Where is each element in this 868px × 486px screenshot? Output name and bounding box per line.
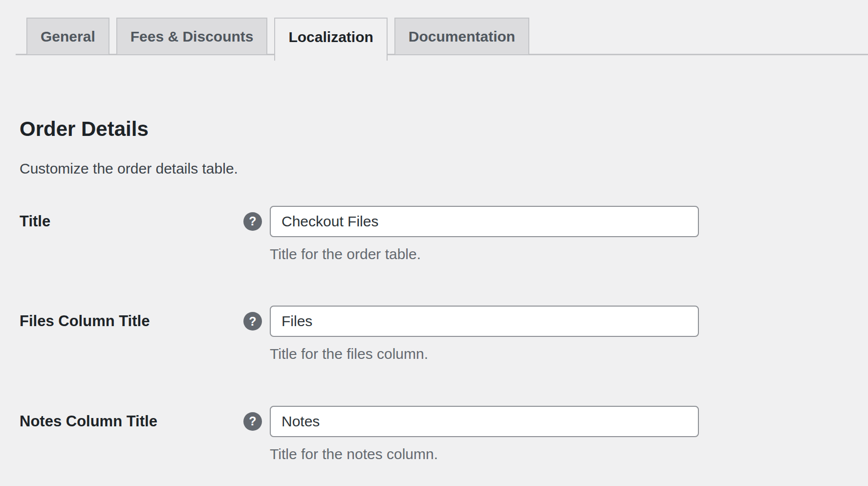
notes-column-title-field-description: Title for the notes column. [270,446,699,463]
page-title: Order Details [20,117,868,141]
tab-fees-discounts[interactable]: Fees & Discounts [116,18,268,55]
form-row-title: Title ? Title for the order table. [20,206,868,263]
title-input[interactable] [270,206,699,237]
notes-column-title-input[interactable] [270,406,699,437]
files-column-title-field-label: Files Column Title [20,306,243,337]
notes-column-title-field-label: Notes Column Title [20,406,243,437]
question-mark-glyph: ? [249,315,256,328]
form-row-files-column-title: Files Column Title ? Title for the files… [20,306,868,363]
files-column-title-input[interactable] [270,306,699,337]
tab-documentation[interactable]: Documentation [394,18,529,55]
tab-localization[interactable]: Localization [274,18,387,61]
title-field-label: Title [20,206,243,237]
help-icon[interactable]: ? [243,412,262,431]
help-icon[interactable]: ? [243,312,262,331]
question-mark-glyph: ? [249,215,256,227]
files-column-title-field-column: Title for the files column. [270,306,699,363]
settings-form: Title ? Title for the order table. Files… [20,206,868,463]
form-row-notes-column-title: Notes Column Title ? Title for the notes… [20,406,868,463]
tab-general[interactable]: General [26,18,109,55]
tab-bar: General Fees & Discounts Localization Do… [0,0,868,78]
notes-column-title-field-column: Title for the notes column. [270,406,699,463]
section-description: Customize the order details table. [20,160,868,177]
files-column-title-field-description: Title for the files column. [270,346,699,363]
help-icon[interactable]: ? [243,212,262,231]
title-field-description: Title for the order table. [270,246,699,263]
title-field-column: Title for the order table. [270,206,699,263]
settings-content: Order Details Customize the order detail… [0,117,868,463]
question-mark-glyph: ? [249,415,256,427]
